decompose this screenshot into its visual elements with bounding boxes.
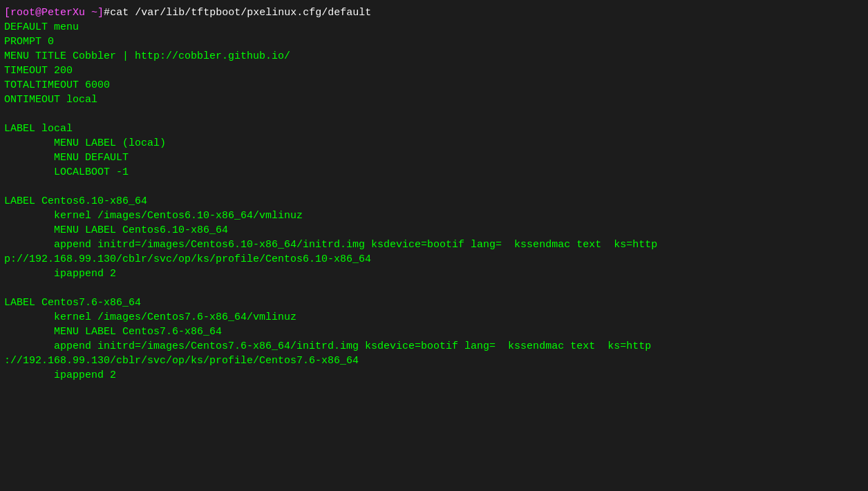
- prompt-at: @: [35, 7, 41, 19]
- prompt-space: [85, 7, 91, 19]
- output-line-20: kernel /images/Centos7.6-x86_64/vmlinuz: [4, 310, 864, 325]
- prompt-bracket-close: ]: [97, 7, 104, 19]
- output-line-1: DEFAULT menu: [4, 20, 864, 35]
- output-line-23: ipappend 2: [4, 368, 864, 383]
- output-line-9: MENU LABEL (local): [4, 136, 864, 151]
- output-line-17: ipappend 2: [4, 267, 864, 281]
- prompt-host: PeterXu: [41, 7, 85, 19]
- prompt-bracket-open: [: [4, 7, 10, 19]
- output-line-4: TIMEOUT 200: [4, 64, 864, 78]
- output-line-16: append initrd=/images/Centos6.10-x86_64/…: [4, 238, 864, 252]
- empty-line-1: [4, 107, 864, 122]
- prompt-command: cat /var/lib/tftpboot/pxelinux.cfg/defau…: [110, 7, 371, 19]
- output-line-6: ONTIMEOUT local: [4, 93, 864, 107]
- output-line-2: PROMPT 0: [4, 35, 864, 49]
- prompt-line: [root@PeterXu ~]#cat /var/lib/tftpboot/p…: [4, 6, 864, 20]
- terminal-window: [root@PeterXu ~]#cat /var/lib/tftpboot/p…: [0, 0, 868, 491]
- output-line-14: kernel /images/Centos6.10-x86_64/vmlinuz: [4, 209, 864, 223]
- output-line-19: LABEL Centos7.6-x86_64: [4, 296, 864, 310]
- output-line-16b: p://192.168.99.130/cblr/svc/op/ks/profil…: [4, 252, 864, 267]
- output-line-3: MENU TITLE Cobbler | http://cobbler.gith…: [4, 49, 864, 64]
- output-line-5: TOTALTIMEOUT 6000: [4, 78, 864, 93]
- output-line-13: LABEL Centos6.10-x86_64: [4, 194, 864, 209]
- output-line-22b: ://192.168.99.130/cblr/svc/op/ks/profile…: [4, 354, 864, 368]
- output-line-15: MENU LABEL Centos6.10-x86_64: [4, 223, 864, 238]
- prompt-user: root: [10, 7, 35, 19]
- empty-line-3: [4, 281, 864, 296]
- prompt-hash: #: [104, 7, 110, 19]
- prompt-tilde: ~: [91, 7, 97, 19]
- output-line-10: MENU DEFAULT: [4, 151, 864, 165]
- output-line-22: append initrd=/images/Centos7.6-x86_64/i…: [4, 339, 864, 354]
- output-line-21: MENU LABEL Centos7.6-x86_64: [4, 325, 864, 339]
- empty-line-2: [4, 180, 864, 194]
- output-line-8: LABEL local: [4, 122, 864, 136]
- output-line-11: LOCALBOOT -1: [4, 165, 864, 180]
